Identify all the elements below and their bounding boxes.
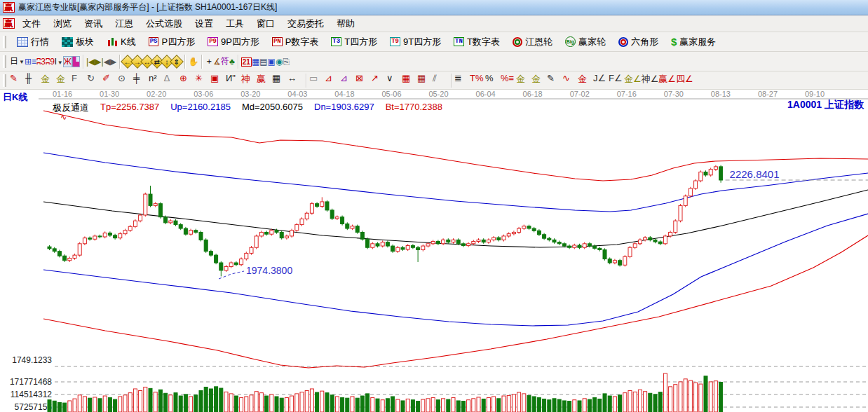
first-page-icon[interactable]: |◀	[86, 57, 95, 67]
grid-ruler-tool[interactable]: ╫	[25, 73, 41, 88]
gold-gann-tool-2[interactable]: 金	[56, 73, 72, 88]
t9-square-button-label: 9T四方形	[403, 36, 441, 48]
gold-underline-tool[interactable]: 金	[531, 73, 547, 88]
menu-item-2[interactable]: 资讯	[78, 16, 109, 32]
price-brush-tool[interactable]: ✎	[547, 73, 562, 88]
period-dropdown[interactable]: 日▼	[10, 55, 25, 67]
square-target-tool[interactable]: ▣	[210, 73, 226, 88]
net-view-icon[interactable]: ⊞	[25, 57, 32, 67]
kline-tab-label[interactable]: 日K线	[3, 91, 27, 104]
shen-angle-tool[interactable]: 神∠	[642, 73, 659, 88]
j-angle-tool[interactable]: J∠	[593, 73, 609, 88]
menu-item-5[interactable]: 设置	[189, 16, 219, 32]
last-page-icon[interactable]: ▶|	[95, 57, 103, 67]
grid-arrow-tool[interactable]: ▦	[417, 73, 433, 88]
notepad-icon[interactable]: ▤	[259, 57, 267, 67]
star-target-tool[interactable]: ✳	[195, 73, 210, 88]
sectors-button[interactable]: 板块	[56, 34, 100, 50]
hand-tool-icon[interactable]: ✋	[188, 57, 198, 67]
menu-item-9[interactable]: 帮助	[330, 16, 361, 32]
winner-service-button[interactable]: $赢家服务	[665, 34, 721, 50]
volume-bar	[194, 395, 198, 412]
angle-mirror-tool[interactable]: ∆	[164, 73, 179, 88]
kline-button[interactable]: K线	[101, 34, 142, 50]
toolbar-grip[interactable]	[3, 36, 6, 48]
shen-grid-tool[interactable]: 神	[241, 73, 257, 88]
menu-item-8[interactable]: 交易委托	[281, 16, 330, 32]
toolbar-grip[interactable]	[3, 55, 6, 68]
calculator-icon[interactable]: ▦	[252, 57, 259, 67]
calendar-icon[interactable]: 21	[241, 57, 252, 67]
pattern-3-icon[interactable]: ʭ3	[36, 57, 46, 67]
width-measure-tool[interactable]: ↔	[287, 73, 303, 88]
f-angle-tool[interactable]: F∠	[609, 73, 624, 88]
circle-cross-tool[interactable]: ⊕	[179, 73, 195, 88]
v-lines-tool[interactable]: ∨	[386, 73, 402, 88]
menu-item-3[interactable]: 江恩	[109, 16, 140, 32]
compress-v-diamond[interactable]: ⇕	[172, 57, 182, 67]
winner-wheel-button[interactable]: Big赢家轮	[560, 34, 611, 50]
pattern-9-icon[interactable]: ʭ9	[46, 57, 55, 67]
pen-ruler-tool[interactable]: ✐	[102, 73, 118, 88]
menu-item-4[interactable]: 公式选股	[140, 16, 189, 32]
percent-tool[interactable]: %	[485, 73, 501, 88]
volume-bar	[169, 395, 172, 412]
info-doc-icon[interactable]: ≡	[32, 57, 36, 67]
gold-gann-tool-1[interactable]: 金	[41, 73, 56, 88]
four-angle-tool[interactable]: 四∠	[676, 73, 693, 88]
angle-measure-icon[interactable]: ∡	[213, 57, 221, 67]
t-percent-tool[interactable]: T%	[470, 73, 485, 88]
yi-tool[interactable]: И"	[226, 73, 241, 88]
menu-item-0[interactable]: 文件	[16, 16, 47, 32]
print-icon[interactable]: ⎘	[283, 57, 290, 67]
gann-wheel-button[interactable]: 江恩轮	[507, 34, 558, 50]
p-number-table-button[interactable]: PNP数字表	[266, 34, 324, 50]
cross-box-tool[interactable]: ⊠	[355, 73, 371, 88]
gold-circle-tool[interactable]: 金	[516, 73, 531, 88]
menu-item-1[interactable]: 浏览	[47, 16, 78, 32]
crosshair-icon[interactable]: ＋	[205, 55, 213, 67]
chart-canvas[interactable]: 01-1601-3002-2003-0603-2004-0304-1805-06…	[0, 90, 868, 412]
menu-item-6[interactable]: 工具	[219, 16, 250, 32]
prev-icon[interactable]: ◀	[104, 57, 110, 67]
parallel-lines-tool[interactable]: ⫽	[433, 73, 448, 88]
gann-pattern-icon[interactable]: Ж	[63, 56, 72, 67]
step-tool[interactable]: ≣	[454, 73, 470, 88]
box-tool[interactable]: ▭	[309, 73, 325, 88]
percent-lines-tool[interactable]: %≡	[501, 73, 516, 88]
brush-tool[interactable]: ✎	[10, 73, 25, 88]
histogram-icon[interactable]: ▙	[72, 56, 80, 67]
spiral-3-tool[interactable]: ↻	[87, 73, 102, 88]
club-icon[interactable]: ♣	[229, 57, 235, 67]
f-ruler-tool[interactable]: F	[72, 73, 87, 88]
menu-item-7[interactable]: 窗口	[250, 16, 281, 32]
volume-bar	[649, 393, 652, 412]
n-squared-tool[interactable]: n²	[149, 73, 164, 88]
red-grid-tool[interactable]: ▦	[402, 73, 417, 88]
t9-square-button[interactable]: T99T四方形	[384, 34, 447, 50]
ying-grid-tool[interactable]: 赢	[257, 73, 272, 88]
time-circle-tool[interactable]: ⊙	[118, 73, 133, 88]
stamp-icon[interactable]: 符	[221, 55, 229, 67]
network-icon[interactable]: ◉	[276, 57, 283, 67]
wave-tool[interactable]: ∿	[562, 73, 578, 88]
t-number-table-button[interactable]: TNT数字表	[448, 34, 506, 50]
hexagon-button[interactable]: 六角形	[613, 34, 664, 50]
title-bar[interactable]: 赢 赢家江恩专业版[赢家内部服务平台] - [上证指数 SH1A0001-167…	[0, 0, 868, 15]
candle-style-dropdown[interactable]: l▼	[55, 57, 63, 67]
ying-angle-tool[interactable]: 赢∠	[658, 73, 676, 88]
gann-fan-tool[interactable]: ⊿	[325, 73, 340, 88]
gold-angle-tool[interactable]: 金∠	[624, 73, 642, 88]
p-square-button[interactable]: PSP四方形	[143, 34, 201, 50]
p9-square-button[interactable]: P99P四方形	[202, 34, 265, 50]
grid-123-tool[interactable]: ▦	[272, 73, 287, 88]
tick-ruler-tool[interactable]: ╪	[133, 73, 149, 88]
quotes-button[interactable]: 行情	[11, 34, 55, 50]
fan-box-tool[interactable]: ⊿	[340, 73, 355, 88]
t-square-button[interactable]: T3T四方形	[325, 34, 383, 50]
toolbar-grip[interactable]	[3, 74, 6, 87]
save-icon[interactable]: ▣	[268, 57, 276, 67]
arrow-lines-tool[interactable]: ↗	[371, 73, 386, 88]
gold-box-tool[interactable]: 金	[578, 73, 593, 88]
next-icon[interactable]: ▶	[110, 57, 116, 67]
